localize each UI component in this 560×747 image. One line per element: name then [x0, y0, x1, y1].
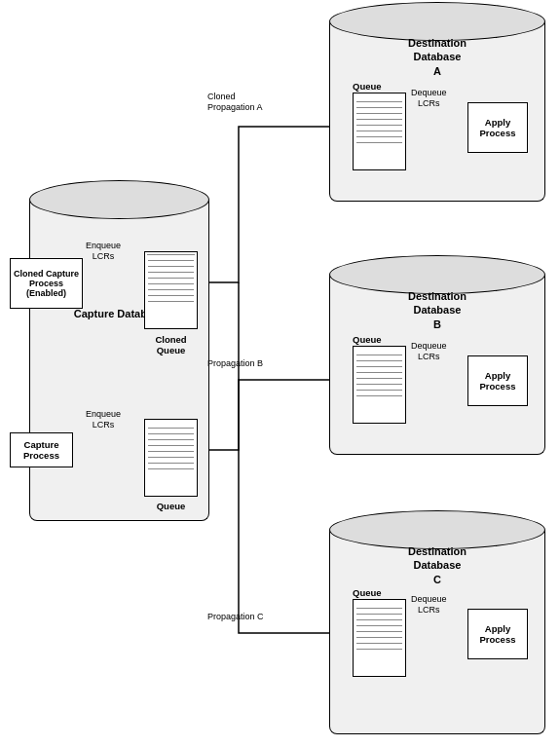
diagram: Capture Database DestinationDatabaseA De… [0, 0, 560, 747]
capture-queue-label: Queue [144, 501, 198, 511]
enqueue-lcrs-cloned-label: EnqueueLCRs [86, 241, 121, 262]
apply-process-b-label: ApplyProcess [480, 370, 516, 392]
dest-db-a-label: DestinationDatabaseA [329, 36, 545, 78]
dequeue-lcrs-b-label: DequeueLCRs [411, 341, 447, 362]
apply-process-a-box: ApplyProcess [467, 102, 528, 153]
queue-a-label: Queue [353, 81, 382, 92]
queue-c-label: Queue [353, 587, 382, 598]
propagation-b-label: Propagation B [207, 358, 263, 368]
enqueue-lcrs-capture-label: EnqueueLCRs [86, 409, 121, 430]
capture-process-box: CaptureProcess [10, 432, 73, 467]
cloned-propagation-a-label: ClonedPropagation A [207, 92, 263, 113]
apply-process-a-label: ApplyProcess [480, 117, 516, 138]
apply-process-b-box: ApplyProcess [467, 355, 528, 406]
apply-process-c-label: ApplyProcess [480, 623, 516, 645]
cloned-queue-box [144, 251, 198, 329]
capture-queue-box [144, 419, 198, 497]
cloned-capture-process-box: Cloned CaptureProcess(Enabled) [10, 258, 83, 309]
cloned-queue-label: ClonedQueue [144, 334, 198, 356]
dest-db-c-label: DestinationDatabaseC [329, 544, 545, 586]
capture-process-label: CaptureProcess [23, 439, 59, 461]
queue-c-box [353, 599, 406, 677]
propagation-c-label: Propagation C [207, 612, 264, 621]
apply-process-c-box: ApplyProcess [467, 609, 528, 659]
queue-b-label: Queue [353, 334, 382, 345]
queue-b-box [353, 346, 406, 424]
cloned-capture-process-label: Cloned CaptureProcess(Enabled) [14, 269, 79, 298]
dest-db-b-label: DestinationDatabaseB [329, 289, 545, 331]
dequeue-lcrs-a-label: DequeueLCRs [411, 88, 447, 109]
dequeue-lcrs-c-label: DequeueLCRs [411, 594, 447, 616]
queue-a-box [353, 93, 406, 170]
